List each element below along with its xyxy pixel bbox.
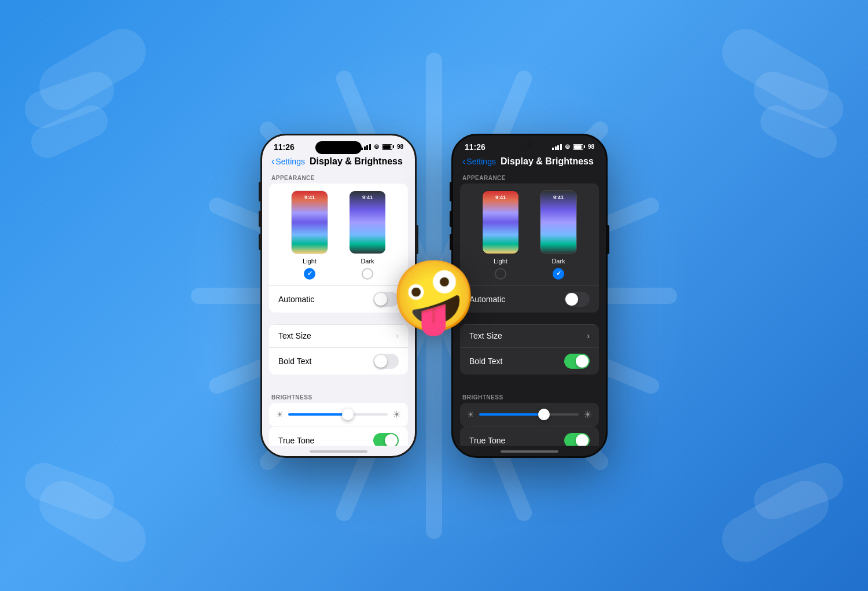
light-text-size-row[interactable]: Text Size › [269,324,408,347]
battery-text-light: 98 [397,144,403,150]
dark-brightness-sun-small: ☀ [467,410,475,419]
light-theme-preview-dark: 9:41 [482,190,519,254]
light-brightness-track[interactable] [288,413,388,416]
back-chevron-light[interactable]: ‹ [271,156,274,167]
back-chevron-dark[interactable]: ‹ [462,156,465,167]
light-true-tone-toggle[interactable] [373,433,399,446]
light-true-tone-section: True Tone Automatically adapt iPhone dis… [269,427,408,446]
dark-wallpaper-light [350,191,385,254]
light-phone: 11:26 ⊜ 98 [260,134,417,458]
dark-true-tone-section: True Tone Automatically adapt iPhone dis… [460,427,599,446]
dark-text-size-label: Text Size [469,331,502,340]
light-appearance-header: APPEARANCE [262,171,415,183]
dark-wallpaper-dark [540,191,576,254]
back-button-dark[interactable]: Settings [466,157,496,166]
light-theme-label: Light [303,258,317,265]
light-status-time: 11:26 [274,142,295,152]
dark-true-tone-toggle[interactable] [564,433,590,446]
dark-theme-radio-dark[interactable] [553,268,564,280]
dark-theme-preview-light: 9:41 [349,190,386,254]
light-bold-label: Bold Text [278,357,311,366]
light-automatic-toggle[interactable] [373,292,399,307]
light-theme-preview: 9:41 [291,190,328,254]
signal-bars-light [361,144,371,150]
dark-status-time: 11:26 [465,142,486,152]
signal-bar-4 [369,144,371,150]
dark-phone-inner: 11:26 ⊜ 98 [453,135,606,456]
light-brightness-fill [288,413,348,416]
signal-bar-d1 [552,148,554,150]
dark-theme-option-light[interactable]: 9:41 Dark [349,190,386,280]
dark-brightness-row: ☀ ☀ [460,403,599,427]
camera-notch-dark [526,141,533,148]
light-theme-radio[interactable] [304,268,315,280]
light-bold-toggle[interactable] [373,354,399,369]
light-wallpaper [292,191,328,254]
dynamic-island-light [315,141,362,154]
dark-automatic-label: Automatic [469,295,505,304]
dark-text-size-chevron: › [587,331,590,340]
dark-page-title: Display & Brightness [501,156,594,167]
dark-automatic-row: Automatic [460,285,599,313]
light-bold-row: Bold Text [269,347,408,375]
light-automatic-row: Automatic [269,285,408,313]
dark-brightness-track[interactable] [479,413,579,416]
dark-phone-scroll: APPEARANCE 9:41 Light [453,171,606,446]
signal-bar-3 [366,145,368,150]
dark-true-tone-row: True Tone [460,427,599,446]
dark-theme-radio-light[interactable] [362,268,373,280]
light-phone-inner: 11:26 ⊜ 98 [262,135,415,456]
dark-theme-preview-dark: 9:41 [540,190,577,254]
gap1 [262,313,415,324]
light-text-size-chevron: › [396,331,399,340]
dark-true-tone-label: True Tone [469,436,505,445]
battery-dark [573,144,585,150]
dark-brightness-thumb [538,409,550,420]
light-nav-bar: ‹ Settings Display & Brightness [262,154,415,171]
dark-brightness-sun-large: ☀ [583,409,592,421]
light-brightness-thumb [342,409,354,420]
battery-text-dark: 98 [588,144,594,150]
light-theme-radio-dark[interactable] [495,268,506,280]
gap2 [262,375,415,391]
light-brightness-row: ☀ ☀ [269,403,408,427]
dark-nav-bar: ‹ Settings Display & Brightness [453,154,606,171]
dark-status-icons: ⊜ 98 [552,143,594,150]
signal-bar-2 [364,146,366,150]
light-status-icons: ⊜ 98 [361,143,403,150]
light-true-tone-row: True Tone [269,427,408,446]
phones-container: 11:26 ⊜ 98 [260,134,608,458]
light-brightness-group: ☀ ☀ [269,403,408,427]
back-button-light[interactable]: Settings [275,157,305,166]
light-text-group: Text Size › Bold Text [269,324,408,375]
dark-bold-toggle[interactable] [564,354,590,369]
home-indicator-dark [501,450,558,453]
dark-theme-option-dark[interactable]: 9:41 Dark [540,190,577,280]
dark-appearance-themes: 9:41 Light 9:41 Dark [460,183,599,285]
dark-automatic-toggle[interactable] [564,292,590,307]
light-theme-option[interactable]: 9:41 Light [291,190,328,280]
light-theme-time-dark: 9:41 [495,194,506,200]
light-phone-scroll: APPEARANCE 9:41 Light [262,171,415,446]
light-wallpaper-dark [483,191,518,254]
light-text-size-label: Text Size [278,331,311,340]
light-appearance-section: 9:41 Light 9:41 Dark [269,183,408,313]
signal-bars-dark [552,144,562,150]
light-appearance-themes: 9:41 Light 9:41 Dark [269,183,408,285]
light-theme-option-dark[interactable]: 9:41 Light [482,190,519,280]
dark-bold-label: Bold Text [469,357,502,366]
dark-theme-label-dark: Dark [551,258,565,265]
dark-phone: 11:26 ⊜ 98 [451,134,608,458]
home-indicator-light [310,450,367,453]
dark-text-size-row[interactable]: Text Size › [460,324,599,347]
dark-appearance-section: 9:41 Light 9:41 Dark [460,183,599,313]
dark-theme-time-dark: 9:41 [553,194,564,200]
light-theme-label-dark: Light [494,258,507,265]
dark-brightness-header: BRIGHTNESS [453,391,606,403]
dark-gap2 [453,375,606,391]
light-brightness-sun-small: ☀ [276,410,284,419]
light-automatic-label: Automatic [278,295,314,304]
light-true-tone-label: True Tone [278,436,314,445]
dark-theme-time-light: 9:41 [362,194,373,200]
light-brightness-sun-large: ☀ [392,409,401,421]
